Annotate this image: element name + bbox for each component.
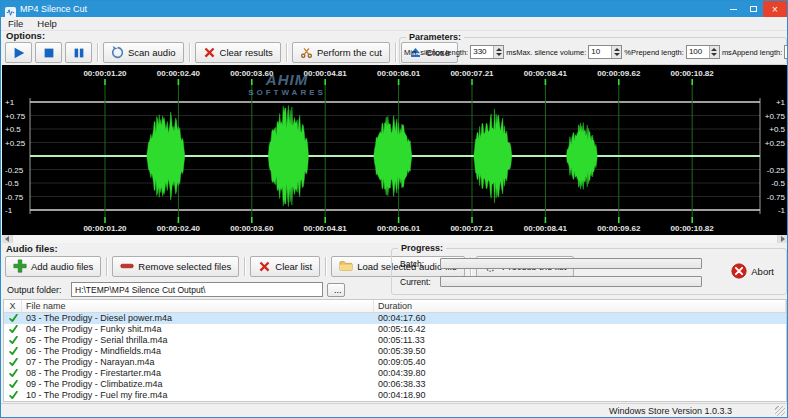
svg-text:00:00:10.82: 00:00:10.82 [671,224,715,233]
svg-text:-0.75: -0.75 [5,193,24,202]
scan-audio-button[interactable]: Scan audio [103,42,184,63]
svg-text:00:00:02.40: 00:00:02.40 [157,224,201,233]
perform-cut-button[interactable]: Perform the cut [292,42,390,63]
column-header-duration[interactable]: Duration [374,300,786,312]
titlebar[interactable]: MP4 Silence Cut × [1,1,787,17]
toolbar-separator [395,43,396,62]
row-duration: 00:06:38.33 [374,379,786,390]
abort-button[interactable]: Abort [731,263,774,279]
clear-results-icon [203,46,216,59]
resize-grip[interactable] [775,406,785,416]
row-duration: 00:05:16.42 [374,324,786,335]
progress-label: Progress: [398,243,446,253]
plus-icon [13,259,27,273]
row-filename: 09 - The Prodigy - Climbatize.m4a [22,379,374,390]
batch-progress-bar [440,258,702,269]
clear-results-button[interactable]: Clear results [195,42,281,63]
spinner-arrows[interactable] [611,46,621,58]
spinner-input[interactable]: 10 [588,45,622,59]
scan-icon [111,46,124,59]
window-title: MP4 Silence Cut [20,1,87,17]
parameter-unit: ms [722,48,732,57]
spin-down-icon[interactable] [614,53,620,56]
app-icon [5,4,16,15]
svg-text:-0.5: -0.5 [5,179,19,188]
add-audio-files-button[interactable]: Add audio files [5,256,101,277]
current-progress-bar [440,276,702,287]
row-check [4,335,22,346]
browse-button[interactable]: ... [327,283,345,297]
table-row[interactable]: 09 - The Prodigy - Climbatize.m4a 00:06:… [4,379,786,390]
spinner-arrows[interactable] [709,46,719,58]
parameter-field: Prepend length: 100 ms [631,45,732,59]
toolbar-separator [97,43,98,62]
table-row[interactable]: 05 - The Prodigy - Serial thrilla.m4a 00… [4,335,786,346]
spin-down-icon[interactable] [711,53,717,56]
scissors-icon [300,46,313,59]
spin-up-icon[interactable] [496,48,502,51]
checkmark-icon [9,380,18,389]
spin-down-icon[interactable] [496,53,502,56]
play-button[interactable] [5,42,32,63]
minimize-button[interactable] [723,1,743,17]
waveform-display[interactable]: +1+1+0.75+0.75+0.5+0.5+0.25+0.25-0.25-0.… [2,65,788,235]
stop-button[interactable] [35,42,62,63]
table-row[interactable]: 10 - The Prodigy - Fuel my fire.m4a 00:0… [4,390,786,401]
waveform-scrollbar[interactable] [2,235,788,243]
menu-help[interactable]: Help [30,18,64,29]
abort-icon [731,263,747,279]
output-folder-label: Output folder: [7,285,71,295]
column-header-filename[interactable]: File name [22,300,374,312]
pause-button[interactable] [65,42,92,63]
scroll-left-icon[interactable] [2,235,12,243]
row-check [4,324,22,335]
checkmark-icon [9,336,18,345]
checkmark-icon [9,358,18,367]
svg-text:00:00:04.81: 00:00:04.81 [304,69,348,78]
spin-up-icon[interactable] [614,48,620,51]
output-folder-input[interactable] [71,282,323,297]
row-filename: 05 - The Prodigy - Serial thrilla.m4a [22,335,374,346]
spinner-input[interactable]: -100 [784,45,788,59]
remove-selected-files-button[interactable]: Remove selected files [112,256,239,277]
menubar: FileHelp [1,17,787,31]
parameter-unit: % [624,48,631,57]
table-row[interactable]: 08 - The Prodigy - Firestarter.m4a 00:04… [4,368,786,379]
maximize-button[interactable] [743,1,763,17]
row-duration: 00:04:17.60 [374,313,786,324]
row-filename: 06 - The Prodigy - Mindfields.m4a [22,346,374,357]
svg-text:+0.5: +0.5 [5,125,21,134]
scrollbar-track[interactable] [12,235,778,243]
row-filename: 07 - The Prodigy - Narayan.m4a [22,357,374,368]
spinner-value: 10 [589,46,611,58]
clear-list-button[interactable]: Clear list [250,256,320,277]
stop-icon [42,46,56,60]
close-button[interactable]: × [763,1,787,17]
table-header: X File name Duration [4,300,786,313]
svg-text:00:00:10.82: 00:00:10.82 [671,69,715,78]
svg-text:+1: +1 [776,98,786,107]
parameter-field: Min. silence length: 330 ms [404,45,516,59]
toolbar-separator [286,43,287,62]
row-check [4,368,22,379]
table-row[interactable]: 06 - The Prodigy - Mindfields.m4a 00:05:… [4,346,786,357]
svg-text:00:00:03.60: 00:00:03.60 [230,224,274,233]
menu-file[interactable]: File [1,18,30,29]
svg-text:00:00:01.20: 00:00:01.20 [83,224,127,233]
parameters-group: Parameters: Min. silence length: 330 ms … [399,37,787,65]
spin-up-icon[interactable] [711,48,717,51]
table-row[interactable]: 04 - The Prodigy - Funky shit.m4a 00:05:… [4,324,786,335]
table-row[interactable]: 07 - The Prodigy - Narayan.m4a 00:09:05.… [4,357,786,368]
svg-text:+0.75: +0.75 [5,112,26,121]
spinner-input[interactable]: 330 [470,45,504,59]
spinner-value: 330 [471,46,493,58]
column-header-check[interactable]: X [4,300,22,312]
spinner-arrows[interactable] [493,46,503,58]
row-check [4,346,22,357]
window-controls: × [723,1,787,17]
scroll-right-icon[interactable] [778,235,788,243]
svg-text:+0.5: +0.5 [769,125,785,134]
table-row[interactable]: 03 - The Prodigy - Diesel power.m4a 00:0… [4,313,786,324]
spinner-input[interactable]: 100 [686,45,720,59]
app-window: MP4 Silence Cut × FileHelp Options: Scan… [0,0,788,418]
